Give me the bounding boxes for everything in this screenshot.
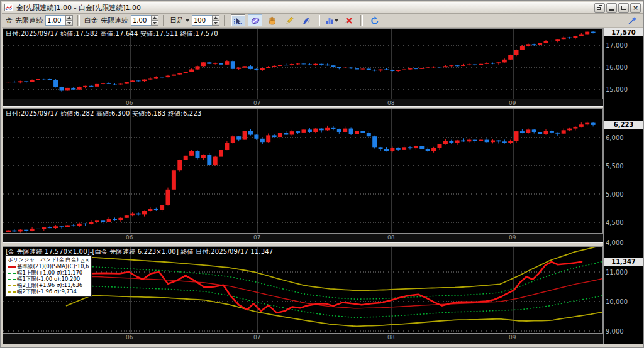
price-tick-label: 4,000	[606, 239, 624, 246]
price-tick-label: 5,000	[606, 191, 624, 198]
month-tick-label: 08	[387, 334, 394, 340]
month-tick-label: 07	[253, 334, 260, 340]
close-icon: ×	[633, 4, 638, 11]
minimize-button[interactable]	[606, 3, 617, 13]
gold-ratio-down-button[interactable]	[65, 21, 73, 26]
trendline-tool-button[interactable]	[248, 14, 262, 26]
bars-count-down-button[interactable]	[212, 21, 219, 26]
trendline-icon	[250, 16, 260, 25]
platinum-time-axis: 06070809	[3, 234, 603, 242]
price-tick-label: 4,500	[606, 219, 624, 226]
platinum-series-label: 先限連続	[101, 16, 128, 25]
app-icon	[4, 2, 13, 14]
month-tick-label: 09	[509, 334, 516, 340]
month-tick-label: 06	[126, 334, 133, 340]
pencil-tool-button[interactable]	[282, 14, 296, 26]
gold-ratio-up-button[interactable]	[65, 15, 73, 21]
nib-icon	[301, 16, 311, 25]
gold-last-price-box: 17,570	[604, 28, 643, 36]
toolbar-separator	[163, 15, 165, 26]
hand-pan-button[interactable]	[265, 14, 279, 26]
month-tick-label: 08	[387, 100, 394, 106]
range-select-icon	[233, 16, 243, 25]
spread-time-axis: 06070809	[3, 334, 603, 344]
toolbar-separator	[224, 15, 226, 26]
price-tick-label: 9,000	[606, 328, 624, 335]
refresh-icon	[370, 16, 380, 25]
gold-series-label: 先限連続	[15, 16, 43, 25]
month-tick-label: 07	[253, 100, 260, 106]
platinum-info-line: 日付:2025/09/17 始値:6,282 高値:6,300 安値:6,183…	[6, 109, 202, 118]
bar-chart-icon	[325, 16, 334, 25]
red-line-swatch-icon	[8, 266, 16, 268]
gold-chart-canvas[interactable]	[3, 29, 602, 99]
gold-ratio-spinner	[45, 15, 73, 26]
legend-row-lower2: 幅2下限(-1.96 σ):9,734	[8, 289, 89, 295]
month-tick-label: 07	[253, 234, 260, 241]
chevron-down-icon	[335, 19, 338, 22]
month-tick-label: 06	[126, 100, 133, 106]
range-select-button[interactable]	[231, 14, 245, 26]
legend-row-lower1: 幅1下限(-1.00 σ):10,200	[8, 276, 89, 283]
app-window: 金[先限連続]1.00 - 白金[先限連続]1.00 × 金 先限連続 白金 先…	[0, 0, 644, 348]
legend-close-button[interactable]: ✕	[85, 258, 89, 263]
spread-chart-canvas[interactable]	[3, 247, 602, 333]
price-tick-label: 5,500	[606, 163, 624, 170]
cascade-button[interactable]	[594, 3, 605, 13]
price-axis-column: 17,570 6,223 11,347 17,00016,00015,0006,…	[603, 28, 643, 344]
month-tick-label: 08	[387, 234, 394, 241]
yellow-dash-swatch-icon	[8, 285, 16, 286]
minimize-icon	[609, 9, 614, 11]
delete-x-icon	[344, 16, 354, 25]
green-dash-swatch-icon	[8, 273, 16, 274]
draw-nib-button[interactable]	[299, 14, 313, 26]
gold-ratio-input[interactable]	[45, 15, 65, 26]
platinum-ratio-spinner	[131, 15, 158, 26]
month-tick-label: 06	[126, 234, 133, 241]
toolbar-separator	[77, 15, 80, 26]
maximize-icon	[621, 6, 626, 10]
bollinger-legend: ボリンジャーバンド(金 白金) △ ✕ 基準線(21)(0)(SMA)(C):1…	[5, 255, 92, 297]
gold-symbol-label: 金	[6, 16, 13, 25]
platinum-ratio-down-button[interactable]	[151, 21, 158, 26]
settings-pen-icon	[628, 16, 637, 25]
price-tick-label: 6,000	[606, 134, 624, 141]
month-tick-label: 09	[509, 100, 516, 106]
chart-settings-button[interactable]	[625, 14, 640, 26]
yellow-dash-swatch-icon	[8, 291, 16, 293]
chart-type-button[interactable]	[325, 14, 339, 26]
maximize-button[interactable]	[618, 3, 629, 13]
price-tick-label: 15,000	[606, 86, 628, 93]
spread-chart-panel[interactable]: [金 先限連続 17,570×1.00]-[白金 先限連続 6,223×1.00…	[3, 246, 603, 334]
platinum-chart-panel[interactable]: 日付:2025/09/17 始値:6,282 高値:6,300 安値:6,183…	[3, 108, 603, 234]
month-tick-label: 09	[509, 234, 516, 241]
close-button[interactable]: ×	[630, 3, 641, 13]
bars-count-input[interactable]	[192, 15, 212, 26]
bars-count-spinner	[192, 15, 219, 26]
platinum-ratio-input[interactable]	[131, 15, 151, 26]
legend-row-upper2: 幅2上限(+1.96 σ):11,636	[8, 283, 89, 289]
delete-drawing-button[interactable]	[341, 14, 356, 26]
platinum-chart-canvas[interactable]	[3, 109, 602, 233]
price-tick-label: 10,000	[606, 298, 628, 305]
legend-collapse-button[interactable]: △	[80, 258, 84, 263]
toolbar-separator	[318, 15, 320, 26]
bars-count-up-button[interactable]	[212, 15, 219, 21]
title-bar: 金[先限連続]1.00 - 白金[先限連続]1.00 ×	[2, 2, 643, 14]
period-dropdown[interactable]: 日足	[170, 16, 189, 25]
refresh-button[interactable]	[367, 14, 382, 26]
gold-chart-panel[interactable]: 日付:2025/09/17 始値:17,582 高値:17,644 安値:17,…	[3, 28, 603, 99]
toolbar-separator	[360, 15, 363, 26]
price-tick-label: 16,000	[606, 64, 628, 71]
pencil-icon	[284, 16, 294, 25]
price-tick-label: 17,000	[606, 42, 628, 49]
gold-info-line: 日付:2025/09/17 始値:17,582 高値:17,644 安値:17,…	[6, 30, 218, 38]
platinum-symbol-label: 白金	[84, 16, 98, 25]
window-title: 金[先限連続]1.00 - 白金[先限連続]1.00	[16, 3, 141, 13]
legend-title: ボリンジャーバンド(金 白金)	[8, 256, 79, 264]
legend-row-sma: 基準線(21)(0)(SMA)(C):10,685	[8, 264, 89, 270]
platinum-ratio-up-button[interactable]	[151, 15, 158, 21]
legend-title-row: ボリンジャーバンド(金 白金) △ ✕	[8, 256, 89, 264]
window-bottom-border	[1, 344, 644, 348]
platinum-last-price-box: 6,223	[604, 121, 643, 129]
